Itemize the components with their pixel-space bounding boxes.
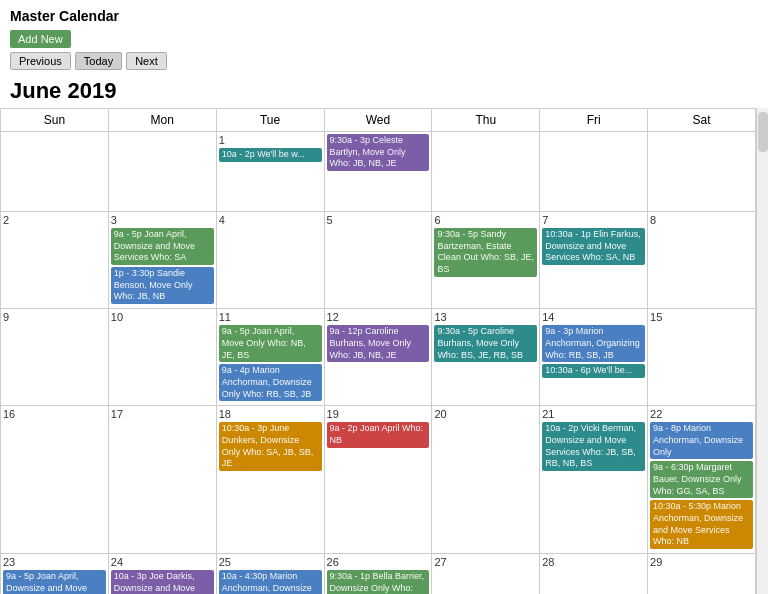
calendar-cell: 27 [432,554,540,594]
day-number: 19 [327,408,430,420]
calendar-event[interactable]: 10a - 2p We'll be w... [219,148,322,162]
calendar-event[interactable]: 1p - 3:30p Sandie Benson, Move Only Who:… [111,267,214,304]
day-number: 15 [650,311,753,323]
calendar-wrap: SunMonTueWedThuFriSat 110a - 2p We'll be… [0,108,768,594]
calendar-event[interactable]: 9a - 2p Joan April Who: NB [327,422,430,447]
calendar-cell: 119a - 5p Joan April, Move Only Who: NB,… [216,309,324,406]
calendar-cell: 269:30a - 1p Bella Barrier, Downsize Onl… [324,554,432,594]
calendar-event[interactable]: 9a - 4p Marion Anchorman, Downsize Only … [219,364,322,401]
day-of-week-header: Sat [648,109,756,132]
page-title: Master Calendar [10,8,758,24]
day-number: 4 [219,214,322,226]
add-new-button[interactable]: Add New [10,30,71,48]
calendar-event[interactable]: 9a - 6:30p Margaret Bauer, Downsize Only… [650,461,753,498]
previous-button[interactable]: Previous [10,52,71,70]
day-of-week-header: Tue [216,109,324,132]
day-number: 17 [111,408,214,420]
calendar-event[interactable]: 9:30a - 1p Bella Barrier, Downsize Only … [327,570,430,594]
calendar-cell: 10 [108,309,216,406]
calendar-event[interactable]: 9:30a - 3p Celeste Bartlyn, Move Only Wh… [327,134,430,171]
calendar-event[interactable]: 9a - 12p Caroline Burhans, Move Only Who… [327,325,430,362]
calendar-cell: 710:30a - 1p Elin Farkus, Downsize and M… [540,212,648,309]
day-number: 11 [219,311,322,323]
calendar-cell: 199a - 2p Joan April Who: NB [324,406,432,554]
day-of-week-header: Wed [324,109,432,132]
calendar-event[interactable]: 9a - 5p Joan April, Downsize and Move Se… [111,228,214,265]
calendar-cell: 4 [216,212,324,309]
calendar-event[interactable]: 10:30a - 6p We'll be... [542,364,645,378]
calendar-event[interactable]: 9a - 3p Marion Anchorman, Organizing Who… [542,325,645,362]
day-number: 25 [219,556,322,568]
calendar-cell [108,132,216,212]
day-number: 18 [219,408,322,420]
day-number: 27 [434,556,537,568]
day-number: 13 [434,311,537,323]
calendar-cell: 2 [1,212,109,309]
calendar-cell: 17 [108,406,216,554]
calendar-table: SunMonTueWedThuFriSat 110a - 2p We'll be… [0,108,756,594]
day-number: 1 [219,134,322,146]
calendar-event[interactable]: 9:30a - 5p Caroline Burhans, Move Only W… [434,325,537,362]
calendar-cell: 16 [1,406,109,554]
day-number: 20 [434,408,537,420]
scrollbar[interactable] [756,108,768,594]
day-number: 16 [3,408,106,420]
calendar-week-row: 16171810:30a - 3p June Dunkers, Downsize… [1,406,756,554]
calendar-cell: 39a - 5p Joan April, Downsize and Move S… [108,212,216,309]
day-number: 26 [327,556,430,568]
day-number: 3 [111,214,214,226]
day-number: 24 [111,556,214,568]
day-number: 10 [111,311,214,323]
calendar-event[interactable]: 10:30a - 1p Elin Farkus, Downsize and Mo… [542,228,645,265]
calendar-cell: 29 [648,554,756,594]
today-button[interactable]: Today [75,52,122,70]
calendar-cell: 15 [648,309,756,406]
day-number: 5 [327,214,430,226]
day-number: 21 [542,408,645,420]
calendar-cell: 2110a - 2p Vicki Berman, Downsize and Mo… [540,406,648,554]
calendar-cell: 5 [324,212,432,309]
day-of-week-header: Mon [108,109,216,132]
nav-buttons: Previous Today Next [10,52,758,70]
calendar-event[interactable]: 10a - 4:30p Marion Anchorman, Downsize a… [219,570,322,594]
calendar-cell: 69:30a - 5p Sandy Bartzeman, Estate Clea… [432,212,540,309]
calendar-week-row: 110a - 2p We'll be w...9:30a - 3p Celest… [1,132,756,212]
calendar-cell [1,132,109,212]
calendar-week-row: 239a - 5p Joan April, Downsize and Move … [1,212,756,309]
calendar-cell [648,132,756,212]
day-number: 23 [3,556,106,568]
calendar-cell [432,132,540,212]
next-button[interactable]: Next [126,52,167,70]
calendar-cell: 139:30a - 5p Caroline Burhans, Move Only… [432,309,540,406]
day-of-week-header: Thu [432,109,540,132]
day-number: 22 [650,408,753,420]
calendar-event[interactable]: 9a - 8p Marion Anchorman, Downsize Only [650,422,753,459]
scrollbar-thumb [758,112,768,152]
calendar-cell: 2510a - 4:30p Marion Anchorman, Downsize… [216,554,324,594]
calendar-cell: 229a - 8p Marion Anchorman, Downsize Onl… [648,406,756,554]
calendar-event[interactable]: 10:30a - 5:30p Marion Anchorman, Downsiz… [650,500,753,549]
calendar-event[interactable]: 10:30a - 3p June Dunkers, Downsize Only … [219,422,322,471]
calendar-event[interactable]: 10a - 3p Joe Darkis, Downsize and Move S… [111,570,214,594]
calendar-cell: 2410a - 3p Joe Darkis, Downsize and Move… [108,554,216,594]
day-number: 7 [542,214,645,226]
calendar-event[interactable]: 10a - 2p Vicki Berman, Downsize and Move… [542,422,645,471]
calendar-cell: 8 [648,212,756,309]
page-wrapper: Master Calendar Add New Previous Today N… [0,0,768,594]
calendar-cell: 9:30a - 3p Celeste Bartlyn, Move Only Wh… [324,132,432,212]
calendar-cell: 9 [1,309,109,406]
calendar-week-row: 239a - 5p Joan April, Downsize and Move … [1,554,756,594]
day-of-week-header: Sun [1,109,109,132]
calendar-cell [540,132,648,212]
calendar-cell: 129a - 12p Caroline Burhans, Move Only W… [324,309,432,406]
calendar-cell: 20 [432,406,540,554]
day-number: 12 [327,311,430,323]
day-number: 9 [3,311,106,323]
calendar-cell: 110a - 2p We'll be w... [216,132,324,212]
calendar-event[interactable]: 9a - 5p Joan April, Move Only Who: NB, J… [219,325,322,362]
header: Master Calendar Add New Previous Today N… [0,0,768,74]
calendar-event[interactable]: 9:30a - 5p Sandy Bartzeman, Estate Clean… [434,228,537,277]
calendar-event[interactable]: 9a - 5p Joan April, Downsize and Move Se… [3,570,106,594]
day-number: 28 [542,556,645,568]
day-number: 2 [3,214,106,226]
